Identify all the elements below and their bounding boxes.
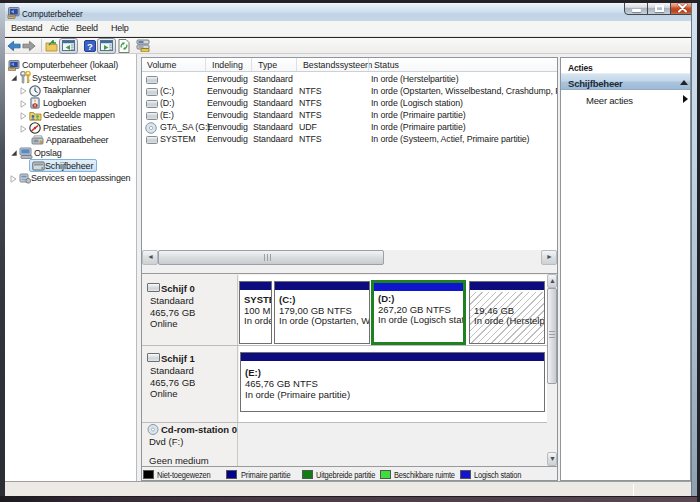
- svg-text:?: ?: [87, 41, 93, 52]
